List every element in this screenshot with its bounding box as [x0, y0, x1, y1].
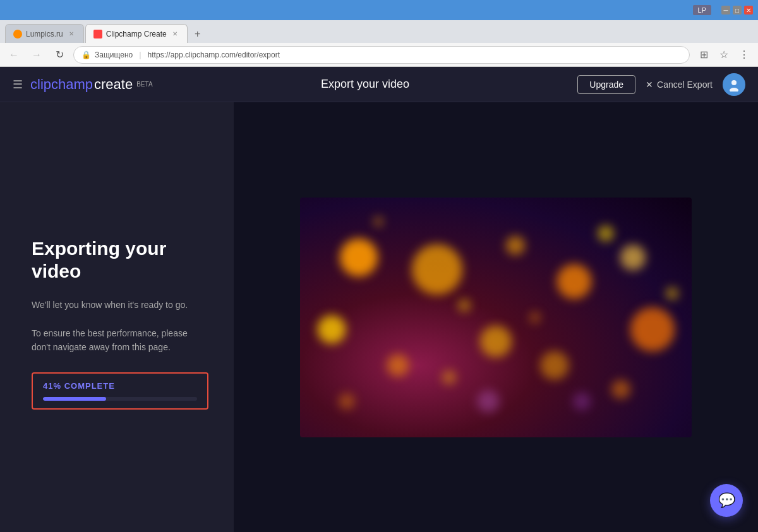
- chat-button[interactable]: 💬: [710, 484, 743, 517]
- tab-lumpics-label: Lumpics.ru: [26, 30, 63, 38]
- browser-window: LP ─ □ ✕ Lumpics.ru ✕ Clipchamp Create ✕…: [0, 0, 758, 67]
- video-preview: [300, 198, 692, 437]
- tab-clipchamp-label: Clipchamp Create: [106, 30, 167, 38]
- secure-label: Защищено: [95, 50, 133, 59]
- bokeh-light: [340, 239, 378, 276]
- bokeh-light: [666, 287, 678, 300]
- cancel-export-button[interactable]: ✕ Cancel Export: [646, 80, 713, 90]
- main-content: Exporting your video We'll let you know …: [0, 102, 758, 532]
- bokeh-light: [387, 354, 409, 376]
- bokeh-light: [611, 380, 630, 399]
- logo-clipchamp: clipchamp: [30, 76, 93, 93]
- translate-button[interactable]: ⊞: [695, 46, 713, 64]
- bookmark-button[interactable]: ☆: [715, 46, 733, 64]
- user-initials: LP: [693, 5, 711, 15]
- user-avatar[interactable]: [723, 73, 745, 96]
- video-bokeh-background: [300, 198, 692, 437]
- hamburger-icon[interactable]: ☰: [13, 78, 23, 92]
- cancel-icon: ✕: [646, 80, 653, 90]
- address-separator: |: [139, 50, 141, 59]
- url-text: https://app.clipchamp.com/editor/export: [148, 50, 280, 59]
- bokeh-light: [412, 244, 462, 295]
- bokeh-light: [529, 312, 541, 323]
- logo-beta: BETA: [136, 81, 152, 88]
- bokeh-light: [557, 264, 592, 299]
- app-container: ☰ clipchamp create BETA Export your vide…: [0, 67, 758, 532]
- forward-button[interactable]: →: [28, 46, 45, 64]
- export-description: We'll let you know when it's ready to go…: [32, 298, 208, 355]
- minimize-button[interactable]: ─: [721, 6, 730, 15]
- progress-label: 41% COMPLETE: [43, 381, 197, 391]
- progress-bar-fill: [43, 397, 106, 401]
- tab-lumpics[interactable]: Lumpics.ru ✕: [5, 24, 84, 43]
- browser-actions: ⊞ ☆ ⋮: [695, 46, 753, 64]
- bokeh-light: [506, 236, 525, 255]
- title-bar: LP ─ □ ✕: [0, 0, 758, 20]
- bokeh-light: [541, 351, 569, 379]
- bokeh-light: [339, 393, 355, 409]
- new-tab-button[interactable]: +: [189, 25, 207, 43]
- back-button[interactable]: ←: [5, 46, 23, 64]
- tab-clipchamp-close[interactable]: ✕: [171, 30, 179, 38]
- progress-container: 41% COMPLETE: [32, 372, 208, 410]
- bokeh-light: [374, 216, 383, 226]
- refresh-button[interactable]: ↻: [51, 46, 68, 64]
- menu-button[interactable]: ⋮: [735, 46, 753, 64]
- page-title: Export your video: [321, 78, 409, 91]
- upgrade-button[interactable]: Upgrade: [577, 75, 635, 94]
- avatar-icon: [727, 78, 741, 92]
- chat-icon: 💬: [718, 492, 735, 509]
- header-center: Export your video: [153, 78, 578, 91]
- lock-icon: 🔒: [81, 50, 91, 59]
- progress-bar-background: [43, 397, 197, 401]
- export-desc-line2: To ensure the best performance, please d…: [32, 328, 188, 352]
- export-desc-line1: We'll let you know when it's ready to go…: [32, 300, 188, 310]
- left-panel: Exporting your video We'll let you know …: [0, 102, 234, 532]
- clipchamp-favicon: [93, 30, 102, 38]
- bokeh-light: [477, 390, 499, 412]
- logo: clipchamp create BETA: [30, 76, 153, 93]
- cancel-export-label: Cancel Export: [657, 80, 713, 90]
- app-header: ☰ clipchamp create BETA Export your vide…: [0, 67, 758, 102]
- maximize-button[interactable]: □: [733, 6, 742, 15]
- bokeh-light: [573, 393, 591, 410]
- bokeh-light: [317, 315, 346, 343]
- tabs-bar: Lumpics.ru ✕ Clipchamp Create ✕ +: [0, 20, 758, 43]
- close-button[interactable]: ✕: [744, 6, 753, 15]
- lumpics-favicon: [13, 30, 22, 38]
- tab-lumpics-close[interactable]: ✕: [67, 30, 76, 38]
- header-actions: Upgrade ✕ Cancel Export: [577, 73, 745, 96]
- address-bar-row: ← → ↻ 🔒 Защищено | https://app.clipchamp…: [0, 43, 758, 67]
- bokeh-light: [442, 370, 456, 384]
- bokeh-light: [458, 299, 471, 312]
- right-panel: 💬: [234, 102, 758, 532]
- svg-point-0: [731, 80, 737, 85]
- bokeh-light: [630, 307, 675, 352]
- bokeh-light: [598, 225, 613, 241]
- export-title: Exporting your video: [32, 237, 208, 283]
- address-box[interactable]: 🔒 Защищено | https://app.clipchamp.com/e…: [73, 46, 690, 64]
- tab-clipchamp[interactable]: Clipchamp Create ✕: [85, 24, 188, 43]
- bokeh-light: [620, 245, 646, 270]
- bokeh-light: [480, 326, 512, 357]
- svg-point-1: [730, 88, 738, 92]
- logo-create: create: [94, 76, 133, 93]
